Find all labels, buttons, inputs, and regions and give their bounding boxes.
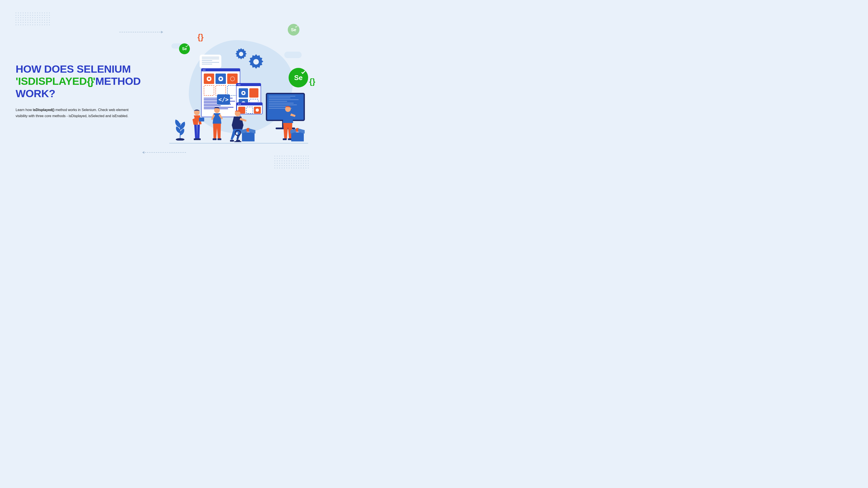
gear-icon: [235, 47, 248, 61]
svg-rect-13: [213, 138, 217, 140]
person-icon: [209, 106, 225, 143]
svg-point-3: [220, 78, 222, 80]
title-method-name: isDISPLAYED: [18, 75, 87, 87]
code-badge-icon: </>: [217, 94, 230, 105]
gear-tile-icon: [215, 73, 226, 84]
svg-point-1: [253, 59, 259, 65]
hero-content: HOW DOES SELENIUM 'isDISPLAYED{}'METHOD …: [16, 63, 148, 119]
hero-illustration: Se Se Se {} {}: [165, 20, 312, 150]
cloud-icon: [284, 52, 302, 58]
svg-point-4: [230, 76, 235, 81]
dashed-tile-icon: [215, 85, 226, 96]
speech-bubble-icon: [199, 55, 221, 68]
gear-tile-icon: [239, 88, 248, 98]
target-tile-icon: [227, 73, 238, 84]
badge-text: Se: [182, 46, 187, 51]
checkmark-icon: [295, 25, 298, 28]
person-icon: [190, 108, 206, 143]
svg-point-2: [208, 78, 210, 80]
svg-point-5: [242, 92, 244, 94]
gear-tile-icon: [204, 73, 214, 84]
badge-text: Se: [291, 27, 296, 32]
ground-line: [169, 143, 308, 143]
braces-icon: {}: [309, 77, 315, 86]
title-quote: ': [93, 75, 95, 87]
dashed-arrow-right-icon: [119, 31, 163, 33]
title-braces-icon: {}: [87, 75, 93, 87]
gear-tile-icon: [254, 107, 261, 113]
title-line-1: HOW DOES SELENIUM: [16, 63, 131, 75]
hero-subtitle: Learn how isDisplayed() method works in …: [16, 107, 137, 119]
selenium-badge-icon: Se: [288, 24, 300, 36]
selenium-badge-icon: Se: [179, 43, 190, 54]
svg-rect-11: [197, 138, 201, 140]
badge-text: Se: [294, 74, 303, 82]
subtitle-bold: isDisplayed(): [33, 108, 55, 112]
tile-icon: [249, 88, 259, 98]
subtitle-text: Learn how: [16, 108, 33, 112]
box-icon: [242, 132, 254, 141]
svg-rect-16: [230, 140, 234, 142]
svg-point-7: [176, 138, 184, 140]
dot-pattern-decoration: [16, 12, 50, 25]
box-icon: [291, 132, 304, 141]
dashed-arrow-left-icon: [142, 151, 186, 154]
dashed-tile-icon: [204, 85, 214, 96]
braces-icon: {}: [197, 33, 204, 42]
hero-title: HOW DOES SELENIUM 'isDISPLAYED{}'METHOD …: [16, 63, 148, 100]
svg-point-0: [239, 52, 243, 56]
svg-rect-22: [283, 138, 287, 140]
title-line-2b: METHOD: [95, 75, 141, 87]
checkmark-icon: [301, 70, 305, 74]
plant-icon: [173, 115, 188, 140]
gear-icon: [246, 128, 251, 133]
title-quote: ': [16, 75, 18, 87]
dot-pattern-decoration: [275, 156, 309, 168]
svg-rect-9: [199, 118, 204, 122]
gear-icon: [247, 53, 265, 70]
selenium-badge-icon: Se: [289, 68, 308, 88]
gear-icon: [295, 128, 300, 133]
title-line-3: WORK?: [16, 88, 55, 99]
svg-rect-14: [217, 138, 221, 140]
